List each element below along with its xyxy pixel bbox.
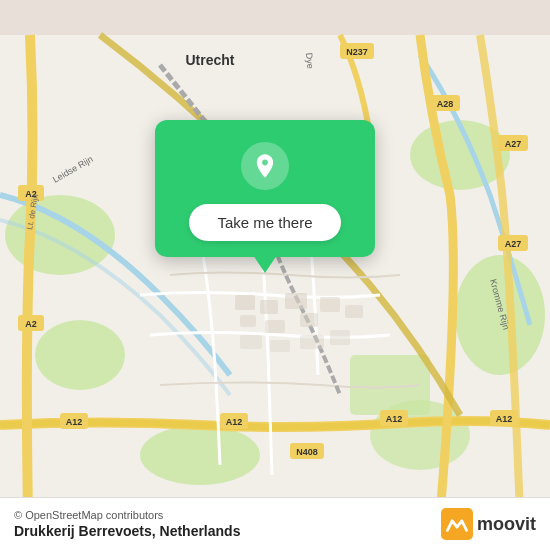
svg-rect-45 [300, 335, 324, 349]
svg-text:A28: A28 [437, 99, 454, 109]
bottom-left: © OpenStreetMap contributors Drukkerij B… [14, 509, 240, 539]
svg-rect-40 [300, 313, 318, 327]
svg-rect-42 [345, 305, 363, 318]
svg-rect-43 [240, 335, 262, 349]
moovit-logo[interactable]: moovit [441, 508, 536, 540]
moovit-icon [441, 508, 473, 540]
svg-text:Dye: Dye [304, 52, 315, 69]
svg-rect-41 [320, 297, 340, 312]
svg-rect-46 [330, 330, 350, 345]
location-icon-wrapper [241, 142, 289, 190]
svg-point-1 [5, 195, 115, 275]
svg-rect-47 [441, 508, 473, 540]
svg-text:Utrecht: Utrecht [185, 52, 234, 68]
location-pin-icon [251, 152, 279, 180]
svg-rect-36 [260, 300, 278, 314]
svg-rect-44 [270, 340, 290, 352]
popup-card: Take me there [155, 120, 375, 257]
svg-rect-37 [285, 293, 307, 309]
svg-text:A27: A27 [505, 139, 522, 149]
osm-credit: © OpenStreetMap contributors [14, 509, 240, 521]
svg-text:A12: A12 [386, 414, 403, 424]
svg-text:N237: N237 [346, 47, 368, 57]
svg-text:A27: A27 [505, 239, 522, 249]
location-name: Drukkerij Berrevoets, Netherlands [14, 523, 240, 539]
svg-rect-39 [265, 320, 285, 333]
bottom-bar: © OpenStreetMap contributors Drukkerij B… [0, 497, 550, 550]
map-container: A12 A12 A12 A12 A2 A2 A28 A27 A27 N237 N… [0, 0, 550, 550]
svg-text:A12: A12 [496, 414, 513, 424]
moovit-text: moovit [477, 514, 536, 535]
svg-point-2 [35, 320, 125, 390]
map-background: A12 A12 A12 A12 A2 A2 A28 A27 A27 N237 N… [0, 0, 550, 550]
svg-text:A12: A12 [226, 417, 243, 427]
svg-rect-35 [235, 295, 255, 310]
svg-point-5 [140, 425, 260, 485]
take-me-there-button[interactable]: Take me there [189, 204, 340, 241]
svg-text:A2: A2 [25, 319, 37, 329]
svg-rect-38 [240, 315, 256, 327]
svg-text:N408: N408 [296, 447, 318, 457]
svg-text:A12: A12 [66, 417, 83, 427]
